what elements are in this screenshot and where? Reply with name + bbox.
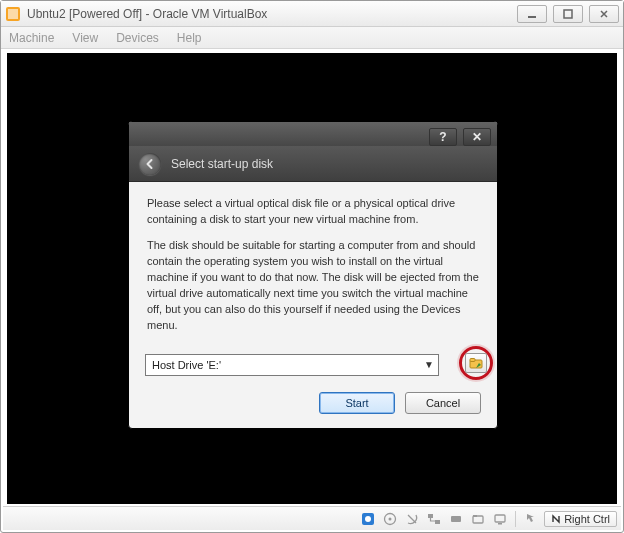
cancel-button[interactable]: Cancel bbox=[405, 392, 481, 414]
usb-icon[interactable] bbox=[447, 510, 465, 528]
dialog-text-1: Please select a virtual optical disk fil… bbox=[147, 196, 479, 228]
menu-machine[interactable]: Machine bbox=[9, 31, 54, 45]
menubar: Machine View Devices Help bbox=[1, 27, 623, 49]
svg-rect-11 bbox=[473, 516, 483, 523]
start-button[interactable]: Start bbox=[319, 392, 395, 414]
main-window: Ubntu2 [Powered Off] - Oracle VM Virtual… bbox=[0, 0, 624, 533]
svg-rect-10 bbox=[451, 516, 461, 522]
svg-point-7 bbox=[389, 517, 392, 520]
statusbar: Right Ctrl bbox=[3, 506, 621, 530]
menu-view[interactable]: View bbox=[72, 31, 98, 45]
close-button[interactable] bbox=[589, 5, 619, 23]
minimize-button[interactable] bbox=[517, 5, 547, 23]
svg-rect-2 bbox=[528, 16, 536, 18]
maximize-button[interactable] bbox=[553, 5, 583, 23]
host-key-indicator[interactable]: Right Ctrl bbox=[544, 511, 617, 527]
display-icon[interactable] bbox=[491, 510, 509, 528]
hard-disk-icon[interactable] bbox=[403, 510, 421, 528]
browse-disk-button[interactable] bbox=[465, 353, 487, 373]
disk-combobox[interactable]: Host Drive 'E:' ▼ bbox=[145, 354, 439, 376]
shared-folders-icon[interactable] bbox=[469, 510, 487, 528]
preview-icon[interactable] bbox=[359, 510, 377, 528]
svg-rect-1 bbox=[8, 9, 18, 19]
menu-devices[interactable]: Devices bbox=[116, 31, 159, 45]
svg-rect-8 bbox=[428, 514, 433, 518]
svg-rect-3 bbox=[564, 10, 572, 18]
dialog-window-controls: ? ✕ bbox=[129, 122, 497, 146]
svg-rect-14 bbox=[498, 523, 502, 525]
dialog-header: Select start-up disk bbox=[129, 146, 497, 182]
dialog-text-2: The disk should be suitable for starting… bbox=[147, 238, 479, 334]
titlebar: Ubntu2 [Powered Off] - Oracle VM Virtual… bbox=[1, 1, 623, 27]
window-controls bbox=[517, 5, 619, 23]
back-button[interactable] bbox=[139, 153, 161, 175]
svg-rect-9 bbox=[435, 520, 440, 524]
dialog-body: Please select a virtual optical disk fil… bbox=[129, 182, 497, 348]
disk-combobox-value: Host Drive 'E:' bbox=[152, 359, 221, 371]
app-icon bbox=[5, 6, 21, 22]
svg-rect-12 bbox=[473, 515, 477, 517]
startup-disk-dialog: ? ✕ Select start-up disk Please select a… bbox=[128, 121, 498, 429]
window-title: Ubntu2 [Powered Off] - Oracle VM Virtual… bbox=[27, 7, 517, 21]
chevron-down-icon: ▼ bbox=[424, 359, 434, 370]
svg-rect-16 bbox=[470, 358, 475, 361]
optical-disk-icon[interactable] bbox=[381, 510, 399, 528]
dialog-title: Select start-up disk bbox=[171, 157, 273, 171]
dialog-help-button[interactable]: ? bbox=[429, 128, 457, 146]
menu-help[interactable]: Help bbox=[177, 31, 202, 45]
host-key-label: Right Ctrl bbox=[564, 513, 610, 525]
network-icon[interactable] bbox=[425, 510, 443, 528]
dialog-close-button[interactable]: ✕ bbox=[463, 128, 491, 146]
disk-selector-row: Host Drive 'E:' ▼ bbox=[129, 348, 497, 378]
status-separator bbox=[515, 511, 516, 527]
dialog-button-row: Start Cancel bbox=[129, 378, 497, 428]
svg-point-5 bbox=[365, 516, 371, 522]
mouse-integration-icon[interactable] bbox=[522, 510, 540, 528]
highlight-circle bbox=[459, 346, 493, 380]
svg-rect-13 bbox=[495, 515, 505, 522]
